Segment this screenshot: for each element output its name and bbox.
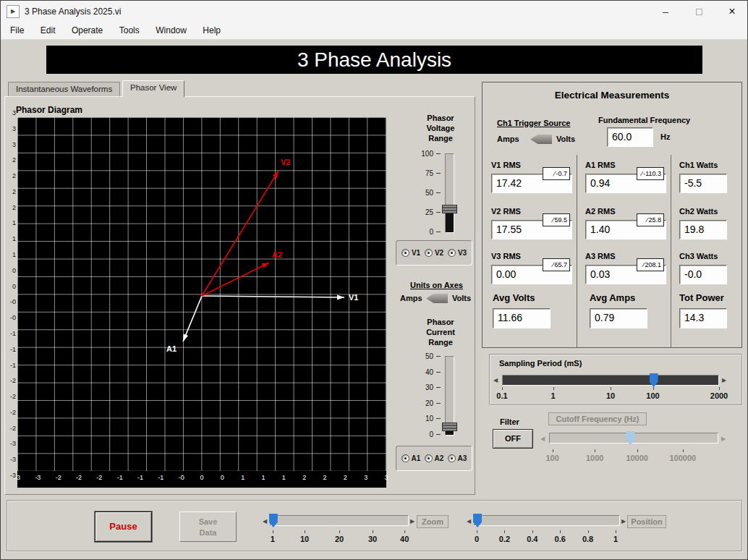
tick-label: 0 xyxy=(475,535,479,543)
tot-power-value: 14.3 xyxy=(679,308,727,328)
radio-v3[interactable]: V3 xyxy=(448,249,467,257)
slider-right-arrow[interactable]: ▶ xyxy=(722,377,726,384)
units-volts-label: Volts xyxy=(452,294,471,302)
tick-mark xyxy=(436,434,441,435)
zoom-track[interactable] xyxy=(270,515,409,526)
axis-label: 2 xyxy=(302,474,306,481)
a1-rms-value: 0.94 ∕-110.3 xyxy=(585,174,666,193)
sampling-period-label: Sampling Period (mS) xyxy=(499,359,582,368)
position-track[interactable] xyxy=(474,515,620,526)
units-switch[interactable] xyxy=(426,294,448,303)
tick-mark xyxy=(436,372,441,373)
tick-mark xyxy=(560,530,561,533)
measurements-title: Electrical Measurements xyxy=(483,90,741,101)
axis-label: -2 xyxy=(10,425,16,432)
sampling-period-scale: 0.11101002000 xyxy=(502,389,719,400)
tick-label: 50 xyxy=(410,352,433,360)
tick-mark xyxy=(404,530,405,533)
maximize-button[interactable] xyxy=(682,1,715,22)
y-axis-labels: 333222211100-0-0-1-1-1-2-2-2-2-3-3-3 xyxy=(6,113,17,475)
page-title-banner: 3 Phase Analysis xyxy=(46,46,702,74)
voltage-range-handle[interactable] xyxy=(442,205,457,213)
tick-label: 100 xyxy=(646,391,659,400)
axis-label: -0 xyxy=(179,474,184,481)
tick-mark xyxy=(532,530,533,533)
menu-item-file[interactable]: File xyxy=(4,22,30,38)
current-range-track[interactable] xyxy=(445,356,454,436)
tick-mark xyxy=(683,449,684,452)
menu-item-tools[interactable]: Tools xyxy=(113,22,146,38)
tab-instantaneous-waveforms[interactable]: Instantaneous Waveforms xyxy=(8,82,120,97)
current-range-handle[interactable] xyxy=(442,423,457,431)
voltage-range-track[interactable] xyxy=(445,153,454,233)
radio-v2[interactable]: V2 xyxy=(425,249,443,257)
save-data-button[interactable]: Save Data xyxy=(179,512,237,542)
tick-mark xyxy=(436,153,441,154)
trigger-source-label: Ch1 Trigger Source xyxy=(497,119,570,127)
phasor-current-range-slider[interactable]: 50403020100 xyxy=(410,356,468,446)
close-button[interactable]: × xyxy=(715,1,748,22)
filter-off-button[interactable]: OFF xyxy=(493,429,533,449)
trigger-source-switch[interactable] xyxy=(530,135,552,144)
radio-a3[interactable]: A3 xyxy=(448,454,467,462)
slider-right-arrow[interactable]: ▶ xyxy=(410,518,415,525)
voltage-channel-group: V1 V2 V3 xyxy=(396,240,472,266)
switch-pointer-icon xyxy=(530,135,552,144)
a2-phase-angle: ∕25.8 xyxy=(637,213,664,226)
radio-icon xyxy=(425,454,433,462)
tick-label: 75 xyxy=(410,169,433,177)
tick-mark xyxy=(436,212,441,213)
axis-label: 2 xyxy=(323,474,326,481)
v3-rms-value: 0.00 ∕65.7 xyxy=(491,265,572,284)
ch1-watts-label: Ch1 Watts xyxy=(679,161,718,169)
tick-mark xyxy=(502,387,503,390)
position-handle[interactable] xyxy=(473,514,482,527)
slider-right-arrow[interactable]: ▶ xyxy=(621,518,626,525)
current-range-tickmarks xyxy=(436,356,441,434)
tot-power-label: Tot Power xyxy=(679,292,724,303)
radio-a2[interactable]: A2 xyxy=(425,454,444,462)
sampling-period-track[interactable] xyxy=(502,375,719,386)
menu-item-operate[interactable]: Operate xyxy=(65,22,109,38)
phasor-voltage-range-title: Phasor Voltage Range xyxy=(408,113,473,143)
axis-label: 2 xyxy=(12,188,16,195)
axis-label: -3 xyxy=(14,474,20,481)
axis-label: 1 xyxy=(12,219,16,226)
axis-label: 3 xyxy=(12,125,16,132)
v1-rms-value: 17.42 ∕-0.7 xyxy=(491,174,572,193)
menu-item-edit[interactable]: Edit xyxy=(34,22,62,38)
pause-button[interactable]: Pause xyxy=(95,512,152,542)
slider-left-arrow[interactable]: ◀ xyxy=(467,518,471,525)
axis-label: -2 xyxy=(10,409,16,416)
frequency-unit-label: Hz xyxy=(660,132,670,141)
phasor-current-range-title: Phasor Current Range xyxy=(408,317,473,347)
slider-left-arrow[interactable]: ◀ xyxy=(263,518,267,525)
tick-label: 10 xyxy=(410,415,433,423)
menu-item-window[interactable]: Window xyxy=(149,22,193,38)
slider-left-arrow[interactable]: ◀ xyxy=(493,377,498,384)
avg-amps-value: 0.79 xyxy=(590,308,647,328)
cutoff-frequency-scale: 100100010000100000 xyxy=(549,451,718,462)
tick-label: 50 xyxy=(410,189,433,197)
phasor-voltage-range-slider[interactable]: 1007550250 xyxy=(410,153,468,243)
menu-item-help[interactable]: Help xyxy=(196,22,227,38)
tick-label: 1 xyxy=(271,535,275,543)
radio-v1[interactable]: V1 xyxy=(401,249,420,257)
v2-rms-value: 17.55 ∕59.5 xyxy=(491,220,572,239)
tick-mark xyxy=(373,530,373,533)
ch3-watts-label: Ch3 Watts xyxy=(679,252,718,260)
units-on-axes-label: Units on Axes xyxy=(410,281,463,289)
axis-label: 2 xyxy=(12,204,16,211)
tab-phasor-view[interactable]: Phasor View xyxy=(122,80,184,97)
minimize-button[interactable]: – xyxy=(649,1,682,22)
axis-label: 1 xyxy=(261,474,265,481)
tick-mark xyxy=(436,418,441,419)
fundamental-frequency-input[interactable]: 60.0 xyxy=(607,127,653,147)
tick-label: 20 xyxy=(335,535,344,543)
phasor-plot: V1A1V2A2 -3-3-2-2-2-1-1-1-00011122233 xyxy=(17,117,386,488)
zoom-handle[interactable] xyxy=(269,514,278,527)
footer-bar: Pause Save Data ◀ ▶ Zoom 110203040 ◀ ▶ P… xyxy=(7,500,743,552)
radio-a1[interactable]: A1 xyxy=(401,454,421,462)
tick-label: 40 xyxy=(400,535,409,543)
sampling-period-handle[interactable] xyxy=(650,373,658,387)
